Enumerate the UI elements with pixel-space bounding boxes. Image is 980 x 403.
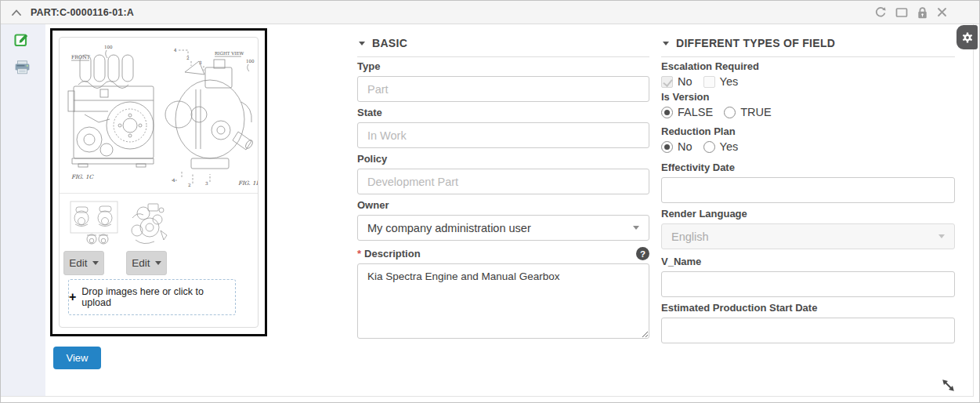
basic-section-title: BASIC xyxy=(372,37,407,49)
image-card-divider xyxy=(60,193,258,194)
close-icon[interactable] xyxy=(937,7,947,17)
chevron-down-icon xyxy=(938,234,945,238)
collapse-chevron-up-icon[interactable] xyxy=(11,9,22,16)
effectivity-date-label: Effectivity Date xyxy=(661,162,955,173)
edit-image-1-label: Edit xyxy=(69,257,87,269)
collapse-caret-icon xyxy=(359,42,365,45)
figure-fig-left-label: FIG. 1C xyxy=(71,173,94,180)
titlebar: PART:C-0000116-01:A xyxy=(1,1,979,24)
checkbox-unchecked-icon xyxy=(703,76,715,88)
escalation-yes-label: Yes xyxy=(720,75,739,88)
figure-right-view-label: RIGHT VIEW xyxy=(215,51,244,56)
is-version-true-label: TRUE xyxy=(740,106,771,118)
state-field xyxy=(357,122,649,148)
image-card: FRONT 100 xyxy=(59,37,259,328)
render-language-select: English xyxy=(661,223,955,249)
chevron-down-icon xyxy=(92,261,99,265)
refresh-icon[interactable] xyxy=(874,6,887,19)
is-version-false-label: FALSE xyxy=(678,106,713,118)
figure-fig-right-label: FIG. 1D xyxy=(238,180,258,187)
edit-icon[interactable] xyxy=(14,32,29,47)
plus-icon: + xyxy=(69,291,76,303)
radio-selected-icon xyxy=(661,107,673,118)
escalation-no-label: No xyxy=(678,75,693,88)
description-label-row: * Description ? xyxy=(357,247,649,260)
titlebar-actions xyxy=(874,6,947,19)
v-name-field[interactable] xyxy=(661,271,955,297)
owner-label: Owner xyxy=(357,199,649,211)
basic-section: BASIC Type State Policy Owner My company… xyxy=(357,36,649,342)
description-label: Description xyxy=(364,248,421,260)
collapse-caret-icon xyxy=(663,42,669,45)
escalation-required-options: No Yes xyxy=(661,74,955,89)
is-version-true-radio[interactable]: TRUE xyxy=(724,106,771,118)
help-icon[interactable]: ? xyxy=(636,247,649,260)
figure-ref-right: 100 xyxy=(246,59,255,64)
required-asterisk: * xyxy=(357,248,361,260)
reduction-plan-no-radio[interactable]: No xyxy=(661,140,693,153)
radio-selected-icon xyxy=(661,141,673,153)
policy-field xyxy=(357,169,649,194)
is-version-false-radio[interactable]: FALSE xyxy=(661,106,713,118)
chevron-down-icon xyxy=(633,226,639,230)
escalation-required-label: Escalation Required xyxy=(661,60,955,72)
different-types-section-header[interactable]: DIFFERENT TYPES OF FIELD xyxy=(661,36,955,57)
render-language-value: English xyxy=(671,231,709,243)
maximize-icon[interactable] xyxy=(895,7,908,18)
settings-tab[interactable] xyxy=(956,25,978,49)
chevron-down-icon xyxy=(155,261,161,265)
radio-unselected-icon xyxy=(724,107,736,118)
resize-handle-icon[interactable] xyxy=(941,378,956,393)
figure-callout-bottom-3: 3 xyxy=(205,181,208,186)
figure-callout-top-2: 2 xyxy=(186,56,190,60)
is-version-label: Is Version xyxy=(661,91,955,103)
effectivity-date-field[interactable] xyxy=(661,177,955,203)
lock-icon[interactable] xyxy=(917,6,928,19)
action-sidebar xyxy=(1,24,45,396)
policy-label: Policy xyxy=(357,153,649,165)
escalation-yes-option: Yes xyxy=(703,75,739,88)
figure-callout-bottom-2: 2 xyxy=(188,183,191,187)
view-button[interactable]: View xyxy=(53,347,101,369)
type-field xyxy=(357,76,649,102)
edit-image-2-label: Edit xyxy=(132,257,150,269)
edit-image-2-button[interactable]: Edit xyxy=(126,251,167,275)
basic-section-header[interactable]: BASIC xyxy=(357,36,649,57)
print-icon[interactable] xyxy=(14,60,31,74)
owner-select[interactable]: My company administration user xyxy=(357,215,649,241)
reduction-plan-yes-label: Yes xyxy=(720,140,739,153)
production-start-date-field[interactable] xyxy=(661,318,955,343)
reduction-plan-options: No Yes xyxy=(661,140,955,154)
form-panel: FRONT 100 xyxy=(1,24,974,397)
image-thumbnail-1[interactable] xyxy=(70,201,120,246)
state-label: State xyxy=(357,107,649,118)
figure-ref-left: 100 xyxy=(104,45,113,49)
image-upload-dropzone[interactable]: + Drop images here or click to upload xyxy=(68,279,236,315)
radio-unselected-icon xyxy=(703,141,715,153)
figure-callout-top-4: 4 xyxy=(174,48,177,53)
reduction-plan-yes-radio[interactable]: Yes xyxy=(703,140,739,153)
dropzone-text: Drop images here or click to upload xyxy=(81,286,235,308)
description-field[interactable]: Kia Spectra Engine and Manual Gearbox xyxy=(357,263,649,339)
edit-image-1-button[interactable]: Edit xyxy=(63,251,104,275)
render-language-label: Render Language xyxy=(661,208,955,220)
reduction-plan-label: Reduction Plan xyxy=(661,125,955,137)
page-title: PART:C-0000116-01:A xyxy=(31,7,134,18)
is-version-options: FALSE TRUE xyxy=(661,105,955,119)
part-edit-window: PART:C-0000116-01:A xyxy=(0,0,980,403)
v-name-label: V_Name xyxy=(661,256,955,267)
reduction-plan-no-label: No xyxy=(678,140,693,153)
type-label: Type xyxy=(357,60,649,72)
production-start-date-label: Estimated Production Start Date xyxy=(661,302,955,314)
different-types-section-title: DIFFERENT TYPES OF FIELD xyxy=(676,37,835,49)
gear-icon xyxy=(961,31,974,44)
image-thumbnail-2[interactable] xyxy=(126,199,172,248)
part-technical-drawing[interactable]: FRONT 100 xyxy=(61,39,258,190)
different-types-section: DIFFERENT TYPES OF FIELD Escalation Requ… xyxy=(661,36,955,343)
escalation-no-option: No xyxy=(661,75,693,88)
image-frame: FRONT 100 xyxy=(50,28,267,336)
owner-selected-value: My company administration user xyxy=(367,222,531,234)
checkbox-checked-icon xyxy=(661,76,673,88)
